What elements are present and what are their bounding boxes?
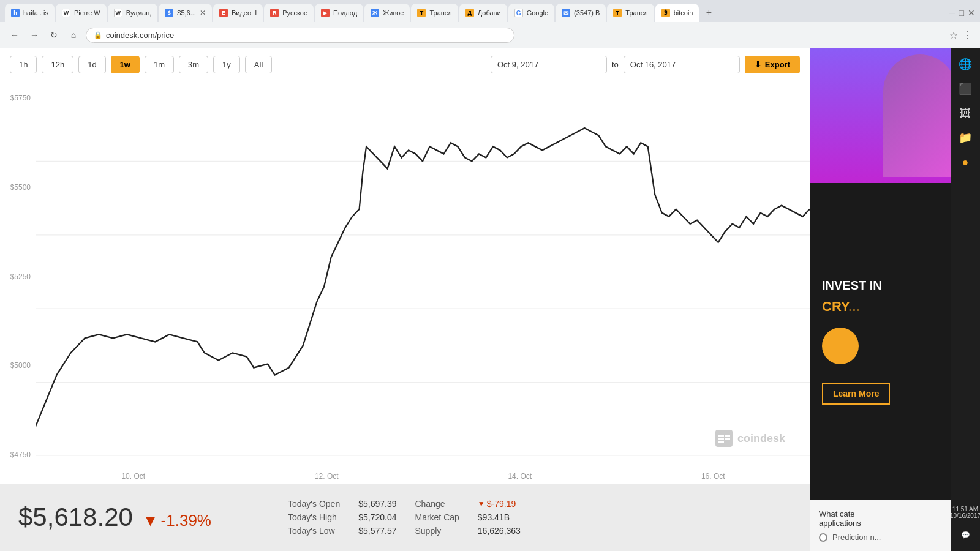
win-icon-folder[interactable]: 📁: [954, 127, 976, 149]
bookmark-icon[interactable]: ☆: [949, 29, 958, 41]
change-value: $-79.19: [487, 499, 516, 509]
tab-label: bitcoin: [674, 9, 693, 17]
todays-high-label: Today's High: [288, 512, 340, 522]
tab-label: Видео: І: [232, 9, 257, 17]
todays-low-label: Today's Low: [288, 526, 340, 536]
svg-rect-10: [725, 435, 730, 437]
change-down-arrow-icon: ▼: [478, 500, 485, 508]
tab-podlod[interactable]: ▶ Подлод: [315, 4, 363, 22]
tab-zhivoe[interactable]: Ж Живое: [364, 4, 410, 22]
win-icon-globe[interactable]: 🌐: [954, 53, 976, 75]
coindesk-watermark: coindesk: [715, 430, 785, 447]
change-value-container: ▼ $-79.19: [478, 499, 521, 509]
date-from-input[interactable]: [491, 56, 607, 73]
date-range: to ⬇ Export: [491, 56, 800, 73]
price-display: $5,618.20 ▼ -1.39%: [18, 503, 251, 532]
win-icon-image[interactable]: 🖼: [954, 102, 976, 124]
export-label: Export: [765, 60, 790, 69]
tab-russkoe[interactable]: R Русское: [264, 4, 314, 22]
tab-favicon: Ж: [371, 9, 379, 17]
export-button[interactable]: ⬇ Export: [745, 56, 800, 73]
date-to-label: to: [612, 60, 619, 69]
chart-area: $5750 $5500 $5250 $5000 $4750: [0, 81, 810, 484]
menu-icon[interactable]: ⋮: [963, 29, 973, 41]
time-btn-1y[interactable]: 1y: [213, 56, 240, 73]
tab-transl1[interactable]: Т Трансл: [411, 4, 458, 22]
taskbar-clock: 11:51 AM 10/16/2017: [948, 503, 980, 522]
tab-price[interactable]: $ $5,6... ✕: [159, 4, 212, 22]
tab-add-button[interactable]: +: [700, 4, 717, 21]
tab-google[interactable]: G Google: [508, 4, 554, 22]
url-bar[interactable]: 🔒 coindesk.com/price: [86, 28, 514, 43]
browser-chrome: h haifa . is W Pierre W W Вудман, $ $5,6…: [0, 0, 980, 48]
supply-value: 16,626,363: [478, 526, 521, 536]
tab-favicon: Т: [613, 9, 622, 17]
tab-label: Вудман,: [126, 9, 152, 17]
todays-open-value: $5,697.39: [358, 499, 396, 509]
main-content: 1h 12h 1d 1w 1m 3m 1y All to ⬇ Export $5…: [0, 48, 980, 551]
time-btn-1d[interactable]: 1d: [78, 56, 105, 73]
ad-cta-button[interactable]: Learn More: [822, 383, 890, 405]
maximize-button[interactable]: □: [959, 8, 964, 18]
download-icon: ⬇: [755, 60, 761, 69]
tab-label: (3547) В: [574, 9, 600, 17]
svg-rect-8: [718, 438, 724, 440]
tab-haifa[interactable]: h haifa . is: [5, 4, 55, 22]
y-label-5750: $5750: [0, 94, 36, 102]
ad-orange-circle: [822, 328, 859, 364]
ad-invest-section: INVEST IN CRY... Learn More: [810, 183, 951, 500]
price-chart: [36, 88, 810, 456]
tab-favicon: W: [62, 9, 70, 17]
ad-invest-sub: CRY...: [822, 299, 938, 315]
y-label-5250: $5250: [0, 272, 36, 281]
date-to-input[interactable]: [624, 56, 740, 73]
tab-favicon: ✉: [562, 9, 570, 17]
change-arrow-icon: ▼: [143, 511, 159, 530]
tab-pierre[interactable]: W Pierre W: [56, 4, 107, 22]
time-btn-1m[interactable]: 1m: [145, 56, 174, 73]
supply-label: Supply: [415, 526, 459, 536]
tab-transl2[interactable]: Т Трансл: [607, 4, 654, 22]
svg-rect-7: [718, 435, 724, 437]
tab-favicon: ▶: [321, 9, 330, 17]
time-btn-all[interactable]: All: [245, 56, 272, 73]
refresh-button[interactable]: ↻: [47, 28, 61, 42]
tab-close-icon[interactable]: ✕: [200, 9, 206, 17]
tab-favicon: G: [514, 9, 523, 17]
win-icon-chrome[interactable]: ●: [954, 151, 976, 173]
tab-email[interactable]: ✉ (3547) В: [556, 4, 606, 22]
back-button[interactable]: ←: [7, 28, 22, 42]
y-label-5000: $5000: [0, 361, 36, 370]
tab-video[interactable]: Е Видео: І: [213, 4, 263, 22]
home-button[interactable]: ⌂: [66, 28, 81, 42]
tab-vudman[interactable]: W Вудман,: [108, 4, 158, 22]
tab-favicon: R: [270, 9, 279, 17]
tab-label: Google: [527, 9, 548, 17]
win-icon-apps[interactable]: ⬛: [954, 78, 976, 100]
ad-top-image: [810, 48, 951, 183]
close-button[interactable]: ✕: [968, 8, 975, 18]
minimize-button[interactable]: ─: [949, 8, 956, 18]
time-btn-3m[interactable]: 3m: [179, 56, 208, 73]
tab-label: $5,6...: [177, 9, 196, 17]
window-controls: ─ □ ✕: [949, 8, 975, 18]
chart-controls: 1h 12h 1d 1w 1m 3m 1y All to ⬇ Export: [0, 48, 810, 81]
tab-favicon: ₿: [662, 9, 670, 17]
tab-favicon: Т: [417, 9, 426, 17]
tab-dobavi[interactable]: Д Добави: [459, 4, 507, 22]
forward-button[interactable]: →: [27, 28, 42, 42]
tab-label: haifa . is: [23, 9, 48, 17]
tab-label: Живое: [383, 9, 404, 17]
time-btn-1h[interactable]: 1h: [10, 56, 37, 73]
ad-invest-title: INVEST IN: [822, 278, 938, 293]
tab-label: Трансл: [625, 9, 647, 17]
win-icon-notifications[interactable]: 💬: [954, 524, 976, 546]
tab-label: Подлод: [333, 9, 357, 17]
tab-bar: h haifa . is W Pierre W W Вудман, $ $5,6…: [0, 0, 980, 22]
time-btn-12h[interactable]: 12h: [42, 56, 74, 73]
time-btn-1w[interactable]: 1w: [111, 56, 140, 73]
tab-favicon: h: [11, 9, 20, 17]
tab-bitcoin[interactable]: ₿ bitcoin: [655, 4, 699, 22]
todays-high-value: $5,720.04: [358, 512, 396, 522]
stats-grid: Today's Open $5,697.39 Change ▼ $-79.19 …: [288, 499, 557, 536]
